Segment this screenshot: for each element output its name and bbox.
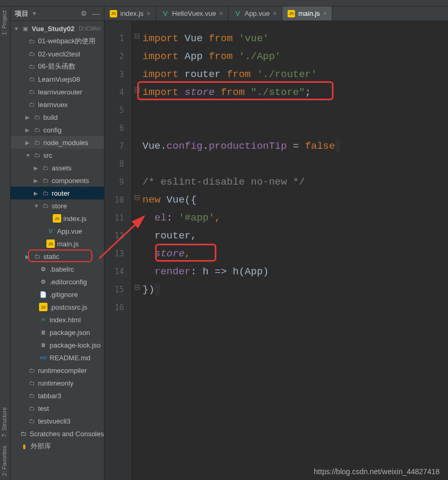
json-file-icon: 🗎	[39, 328, 47, 337]
dropdown-icon[interactable]: ▼	[32, 11, 37, 16]
tree-item-build[interactable]: ▶🗀build	[11, 111, 104, 123]
scratches-icon: 🗀	[20, 429, 27, 438]
project-root[interactable]: ▼▣ Vue_Study02 D:\CWor	[11, 22, 104, 35]
tree-item[interactable]: 🗀runtimecompiler	[11, 364, 104, 377]
tree-item-postcssrc[interactable]: JS.postcssrc.js	[11, 301, 104, 313]
tree-item-node-modules[interactable]: ▶🗀node_modules	[11, 136, 104, 149]
project-path: D:\CWor	[79, 25, 101, 32]
tree-item-babelrc[interactable]: ⚙.babelrc	[11, 263, 104, 275]
tree-item-app-vue[interactable]: VApp.vue	[11, 225, 104, 237]
panel-header: 项目 ▼ ⚙ —	[11, 6, 104, 21]
code-line: import App from './App'	[142, 47, 448, 65]
editor-area: JS index.js× V HelloVuex.vue× V App.vue×…	[104, 6, 448, 480]
folder-icon: 🗀	[27, 404, 36, 412]
top-toolbar	[0, 0, 448, 6]
tab-bar: JS index.js× V HelloVuex.vue× V App.vue×…	[104, 6, 448, 21]
sidestrip-favorites[interactable]: 2: Favorites	[0, 441, 8, 480]
sidestrip-project[interactable]: 1: Project	[0, 6, 8, 39]
vue-file-icon: V	[234, 10, 241, 17]
fold-mark-icon[interactable]: ⊟	[134, 32, 139, 40]
tree-item-config[interactable]: ▶🗀config	[11, 123, 104, 136]
folder-icon: 🗀	[27, 417, 36, 425]
project-panel: 项目 ▼ ⚙ — ▼▣ Vue_Study02 D:\CWor 🗀01-webp…	[11, 6, 104, 480]
folder-icon: 🗀	[27, 62, 36, 71]
code-line: Vue.config.productionTip = false	[142, 137, 448, 155]
code-line: store,	[142, 245, 448, 263]
file-icon: 📄	[39, 290, 47, 299]
tree-item[interactable]: 🗀runtimeonly	[11, 377, 104, 389]
tree-item-editorconfig[interactable]: ⚙.editorconfig	[11, 275, 104, 288]
tree-item-store[interactable]: ▼🗀store	[11, 199, 104, 212]
tree-item-readme[interactable]: MDREADME.md	[11, 351, 104, 364]
sidestrip-structure[interactable]: 7: Structure	[0, 403, 8, 441]
tree-item[interactable]: 🗀06-箭头函数	[11, 60, 104, 73]
tree-item[interactable]: 🗀tabbar3	[11, 389, 104, 402]
code-line: import Vue from 'vue'	[142, 30, 448, 47]
folder-icon: 🗀	[41, 201, 50, 210]
tree-item[interactable]: 🗀01-webpack的使用	[11, 35, 104, 47]
code-line: router,	[142, 227, 448, 245]
vue-file-icon: V	[161, 10, 169, 17]
panel-title: 项目	[15, 9, 28, 18]
tree-item-static[interactable]: ▶🗀static	[11, 250, 104, 263]
md-file-icon: MD	[39, 353, 47, 362]
code-line: import store from "./store";	[142, 83, 448, 101]
tree-item[interactable]: 🗀LearnVuejs08	[11, 73, 104, 85]
project-tree[interactable]: ▼▣ Vue_Study02 D:\CWor 🗀01-webpack的使用 🗀0…	[11, 21, 104, 480]
code-line: el: '#app',	[142, 209, 448, 227]
tree-item-scratches[interactable]: 🗀Scratches and Consoles	[11, 427, 104, 440]
js-file-icon: JS	[110, 10, 117, 17]
minimize-icon[interactable]: —	[92, 9, 100, 18]
folder-icon: 🗀	[33, 252, 41, 261]
folder-icon: 🗀	[33, 126, 41, 134]
close-icon[interactable]: ×	[219, 10, 223, 17]
library-icon: ▮	[20, 442, 28, 450]
code-line: })	[142, 281, 448, 299]
tree-item-package-lock[interactable]: 🗎package-lock.jso	[11, 339, 104, 351]
folder-icon: 🗀	[27, 37, 36, 45]
tree-item[interactable]: 🗀learnvuerouter	[11, 85, 104, 98]
project-name: Vue_Study02	[32, 25, 74, 33]
tree-item-store-index[interactable]: JSindex.js	[11, 212, 104, 225]
folder-icon: 🗀	[33, 138, 41, 147]
fold-mark-icon[interactable]: ⊟	[134, 193, 139, 201]
code-area[interactable]: 12345678910111213141516 ⊟ ⊟ ⊟ ⊟ import V…	[104, 21, 448, 480]
close-icon[interactable]: ×	[273, 10, 277, 17]
close-icon[interactable]: ×	[323, 10, 327, 17]
gear-icon[interactable]: ⚙	[81, 9, 87, 17]
tree-item-external[interactable]: ▮外部库	[11, 440, 104, 453]
tab-index-js[interactable]: JS index.js×	[104, 6, 156, 21]
json-file-icon: 🗎	[39, 341, 47, 349]
tab-app-vue[interactable]: V App.vue×	[228, 6, 282, 21]
tree-item-src[interactable]: ▼🗀src	[11, 149, 104, 161]
fold-mark-icon[interactable]: ⊟	[134, 283, 139, 291]
js-file-icon: JS	[46, 239, 55, 248]
code-line	[142, 119, 448, 137]
js-file-icon: JS	[53, 214, 61, 223]
code-line: import router from './router'	[142, 65, 448, 83]
code-line: /* eslint-disable no-new */	[142, 173, 448, 191]
fold-mark-icon[interactable]: ⊟	[134, 85, 139, 94]
config-file-icon: ⚙	[39, 265, 47, 273]
tree-item-components[interactable]: ▶🗀components	[11, 174, 104, 187]
tree-item-assets[interactable]: ▶🗀assets	[11, 161, 104, 174]
tab-main-js[interactable]: JS main.js×	[282, 6, 332, 21]
tree-item-router[interactable]: ▶🗀router	[11, 187, 104, 199]
tree-item[interactable]: 🗀testvuecli3	[11, 415, 104, 427]
tree-item-main-js[interactable]: JSmain.js	[11, 237, 104, 250]
tree-item-learnvuex[interactable]: 🗀learnvuex	[11, 98, 104, 111]
code-line	[142, 155, 448, 173]
tree-item-gitignore[interactable]: 📄.gitignore	[11, 288, 104, 301]
folder-icon: 🗀	[27, 88, 36, 96]
vue-file-icon: V	[46, 227, 55, 235]
tree-item[interactable]: 🗀02-vuecli2test	[11, 47, 104, 60]
tree-item[interactable]: 🗀test	[11, 402, 104, 415]
code-content[interactable]: import Vue from 'vue' import App from '.…	[132, 21, 448, 480]
tree-item-index-html[interactable]: Hindex.html	[11, 313, 104, 326]
tab-hellovuex[interactable]: V HelloVuex.vue×	[156, 6, 228, 21]
folder-icon: 🗀	[33, 151, 41, 159]
close-icon[interactable]: ×	[147, 10, 150, 17]
tree-item-package-json[interactable]: 🗎package.json	[11, 326, 104, 339]
folder-icon: 🗀	[27, 366, 36, 375]
js-file-icon: JS	[39, 303, 47, 311]
